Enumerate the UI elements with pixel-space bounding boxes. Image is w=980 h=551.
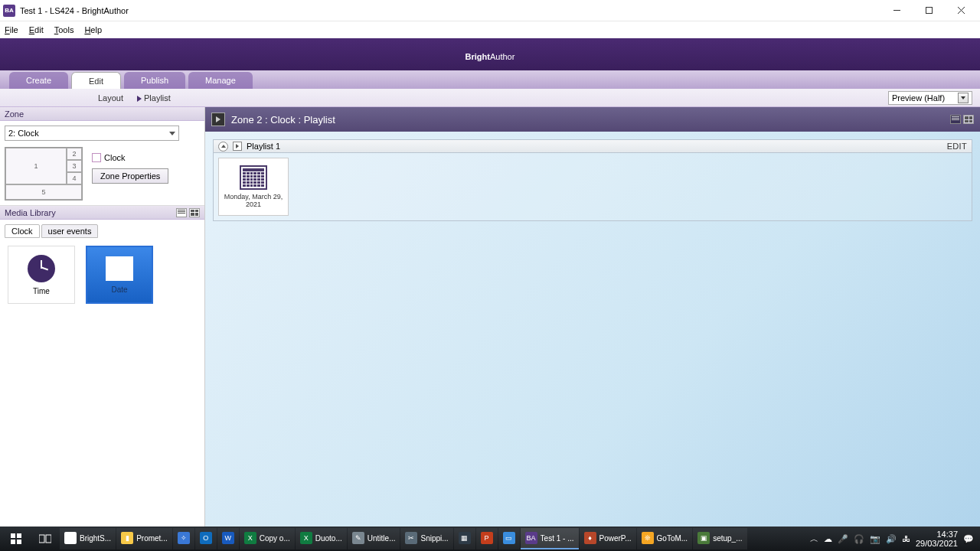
taskbar-app[interactable]: ✎Untitle... xyxy=(348,528,400,549)
task-view-button[interactable] xyxy=(31,528,60,549)
taskbar-app[interactable]: ▦ xyxy=(454,528,475,549)
collapse-toggle-icon[interactable] xyxy=(218,142,228,152)
tab-create[interactable]: Create xyxy=(9,72,68,89)
menu-tools[interactable]: Tools xyxy=(54,25,74,34)
tray-mic-icon[interactable]: 🎤 xyxy=(838,534,848,544)
play-icon[interactable] xyxy=(211,112,225,126)
menu-file[interactable]: File xyxy=(5,25,18,34)
taskbar-app[interactable]: ❊GoToM... xyxy=(637,528,693,549)
app-icon: ▭ xyxy=(503,532,515,544)
zone-panel-title: Zone xyxy=(5,109,24,119)
zone-dropdown-value: 2: Clock xyxy=(8,129,169,138)
tab-edit[interactable]: Edit xyxy=(71,72,121,89)
app-icon: ▦ xyxy=(459,532,471,544)
svg-rect-0 xyxy=(926,8,932,14)
window-close-button[interactable] xyxy=(945,0,977,21)
tray-cloud-icon[interactable]: ☁ xyxy=(824,534,832,544)
app-icon: ❊ xyxy=(642,532,654,544)
zone-panel-header: Zone xyxy=(0,107,204,121)
zone-cell-4[interactable]: 4 xyxy=(67,172,82,184)
brand-band: BrightAuthor xyxy=(0,38,980,70)
window-maximize-button[interactable] xyxy=(913,0,945,21)
media-item-date[interactable]: Date xyxy=(86,246,153,304)
app-icon: ♦ xyxy=(584,532,596,544)
app-icon: ▮ xyxy=(121,532,133,544)
taskbar-app[interactable]: O xyxy=(195,528,217,549)
taskbar-app-label: Untitle... xyxy=(368,534,396,543)
media-tab-user-events[interactable]: user events xyxy=(41,224,99,238)
app-icon: ▣ xyxy=(697,532,710,544)
media-tab-clock[interactable]: Clock xyxy=(5,224,40,238)
media-item-label: Time xyxy=(33,287,50,295)
view-list-button[interactable] xyxy=(950,115,961,124)
window-minimize-button[interactable] xyxy=(880,0,913,21)
taskbar-app[interactable]: BATest 1 - ... xyxy=(521,528,579,549)
svg-rect-1 xyxy=(11,533,15,538)
taskbar-app[interactable]: XCopy o... xyxy=(240,528,295,549)
app-icon: ✧ xyxy=(178,532,190,544)
taskbar-app[interactable]: ◉BrightS... xyxy=(60,528,116,549)
zone-cell-1[interactable]: 1 xyxy=(5,148,67,184)
clock-icon xyxy=(28,255,55,282)
clock-checkbox[interactable] xyxy=(92,153,101,162)
zone-cell-3[interactable]: 3 xyxy=(67,160,82,172)
calendar-icon xyxy=(106,256,133,281)
zone-dropdown[interactable]: 2: Clock xyxy=(5,126,179,141)
subtab-playlist[interactable]: Playlist xyxy=(137,93,171,103)
app-icon: BA xyxy=(525,532,537,544)
menu-edit[interactable]: Edit xyxy=(29,25,44,34)
playlist-content[interactable]: Monday, March 29, 2021 xyxy=(213,153,972,221)
tab-publish[interactable]: Publish xyxy=(124,72,185,89)
app-icon: ◉ xyxy=(64,532,77,544)
windows-taskbar: ◉BrightS...▮Promet...✧OWXCopy o...XDuoto… xyxy=(0,527,980,551)
play-icon[interactable] xyxy=(233,142,242,151)
start-button[interactable] xyxy=(2,528,31,549)
tray-headset-icon[interactable]: 🎧 xyxy=(854,534,864,544)
zone-properties-button[interactable]: Zone Properties xyxy=(92,168,168,184)
app-icon: BA xyxy=(3,5,15,17)
tray-network-icon[interactable]: 🖧 xyxy=(902,534,910,543)
zone-cell-2[interactable]: 2 xyxy=(67,148,82,160)
preview-dropdown[interactable]: Preview (Half) xyxy=(888,91,972,105)
taskbar-app[interactable]: ♦PowerP... xyxy=(580,528,636,549)
taskbar-app[interactable]: W xyxy=(217,528,239,549)
app-icon: ✎ xyxy=(352,532,364,544)
taskbar-clock[interactable]: 14:37 29/03/2021 xyxy=(916,530,958,548)
taskbar-app[interactable]: XDuoto... xyxy=(296,528,347,549)
playlist-edit-button[interactable]: EDIT xyxy=(947,142,967,151)
taskbar-app[interactable]: ✂Snippi... xyxy=(400,528,452,549)
menu-help[interactable]: Help xyxy=(84,25,102,34)
zone-layout-preview[interactable]: 1 2 3 4 5 xyxy=(5,147,83,201)
taskbar-app[interactable]: ▣setup_... xyxy=(693,528,746,549)
taskbar-app-label: Duoto... xyxy=(315,534,342,543)
playlist-bar: Playlist 1 EDIT xyxy=(213,139,972,153)
playlist-name: Playlist 1 xyxy=(247,142,280,151)
tray-chevron-icon[interactable]: ︿ xyxy=(810,533,818,545)
taskbar-app-label: setup_... xyxy=(713,534,742,543)
tab-manage[interactable]: Manage xyxy=(188,72,253,89)
tray-notifications-icon[interactable]: 💬 xyxy=(963,534,974,544)
chevron-down-icon xyxy=(958,93,969,103)
taskbar-app[interactable]: ✧ xyxy=(173,528,194,549)
sub-toolbar: Layout Playlist Preview (Half) xyxy=(0,89,980,107)
brand-logo-text: BrightAuthor xyxy=(466,44,515,64)
zone-cell-5[interactable]: 5 xyxy=(5,184,82,200)
clock-checkbox-label: Clock xyxy=(104,153,126,162)
view-list-button[interactable] xyxy=(176,208,187,217)
taskbar-app[interactable]: ▭ xyxy=(498,528,520,549)
subtab-layout[interactable]: Layout xyxy=(98,93,123,103)
media-library-header: Media Library xyxy=(0,206,204,220)
media-item-time[interactable]: Time xyxy=(8,246,75,304)
calendar-icon xyxy=(240,165,267,190)
view-grid-button[interactable] xyxy=(189,208,200,217)
taskbar-app[interactable]: P xyxy=(476,528,498,549)
playlist-item-date[interactable]: Monday, March 29, 2021 xyxy=(218,158,289,216)
tray-camera-icon[interactable]: 📷 xyxy=(870,534,880,544)
view-grid-button[interactable] xyxy=(963,115,974,124)
window-titlebar: BA Test 1 - LS424 - BrightAuthor xyxy=(0,0,980,21)
preview-dropdown-label: Preview (Half) xyxy=(892,93,945,103)
tray-volume-icon[interactable]: 🔊 xyxy=(886,534,897,544)
taskbar-app[interactable]: ▮Promet... xyxy=(116,528,172,549)
menubar: File Edit Tools Help xyxy=(0,21,980,38)
taskbar-app-label: Snippi... xyxy=(420,534,448,543)
